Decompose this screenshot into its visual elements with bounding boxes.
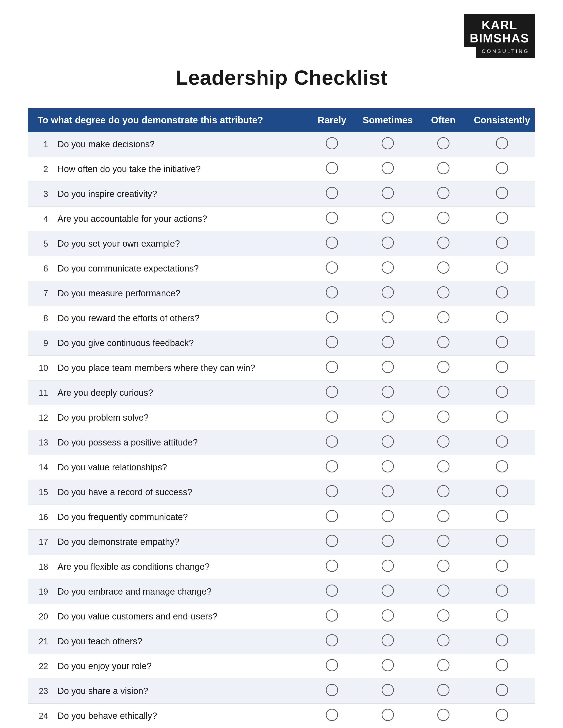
radio-often-row-3[interactable] (437, 187, 450, 199)
radio-sometimes-row-3[interactable] (382, 187, 394, 199)
radio-rarely-row-22[interactable] (326, 659, 338, 671)
radio-sometimes-row-7[interactable] (382, 286, 394, 298)
radio-often-row-11[interactable] (437, 386, 450, 398)
radio-sometimes-row-15[interactable] (382, 485, 394, 497)
radio-consistently-row-11[interactable] (496, 386, 508, 398)
radio-often-row-5[interactable] (437, 237, 450, 249)
radio-often-row-17[interactable] (437, 535, 450, 547)
radio-often-row-12[interactable] (437, 411, 450, 423)
radio-sometimes-row-4[interactable] (382, 212, 394, 224)
radio-rarely-row-19[interactable] (326, 585, 338, 597)
radio-consistently-row-12[interactable] (496, 411, 508, 423)
radio-sometimes-row-9[interactable] (382, 336, 394, 348)
radio-sometimes-row-11[interactable] (382, 386, 394, 398)
radio-often-row-24[interactable] (437, 709, 450, 721)
radio-consistently-row-3[interactable] (496, 187, 508, 199)
radio-consistently-row-8[interactable] (496, 311, 508, 323)
radio-consistently-row-14[interactable] (496, 460, 508, 472)
radio-often-row-4[interactable] (437, 212, 450, 224)
radio-often-row-21[interactable] (437, 634, 450, 646)
radio-often-row-10[interactable] (437, 361, 450, 373)
radio-consistently-row-17[interactable] (496, 535, 508, 547)
radio-sometimes-row-16[interactable] (382, 510, 394, 522)
row-number: 7 (28, 281, 55, 306)
radio-rarely-row-10[interactable] (326, 361, 338, 373)
radio-sometimes-row-18[interactable] (382, 560, 394, 572)
radio-rarely-row-12[interactable] (326, 411, 338, 423)
radio-often-row-7[interactable] (437, 286, 450, 298)
radio-sometimes-row-17[interactable] (382, 535, 394, 547)
radio-often-row-1[interactable] (437, 137, 450, 149)
radio-sometimes-row-12[interactable] (382, 411, 394, 423)
radio-consistently-row-1[interactable] (496, 137, 508, 149)
radio-sometimes-row-24[interactable] (382, 709, 394, 721)
radio-rarely-row-4[interactable] (326, 212, 338, 224)
radio-consistently-row-18[interactable] (496, 560, 508, 572)
radio-consistently-row-21[interactable] (496, 634, 508, 646)
radio-sometimes-row-13[interactable] (382, 435, 394, 448)
radio-rarely-row-7[interactable] (326, 286, 338, 298)
radio-sometimes-row-19[interactable] (382, 585, 394, 597)
radio-rarely-row-15[interactable] (326, 485, 338, 497)
radio-rarely-row-2[interactable] (326, 162, 338, 174)
radio-rarely-row-11[interactable] (326, 386, 338, 398)
radio-sometimes-row-1[interactable] (382, 137, 394, 149)
radio-rarely-row-13[interactable] (326, 435, 338, 448)
radio-consistently-row-10[interactable] (496, 361, 508, 373)
radio-often-row-8[interactable] (437, 311, 450, 323)
radio-often-row-15[interactable] (437, 485, 450, 497)
radio-consistently-row-16[interactable] (496, 510, 508, 522)
radio-sometimes-row-8[interactable] (382, 311, 394, 323)
radio-often-row-20[interactable] (437, 609, 450, 622)
radio-often-row-2[interactable] (437, 162, 450, 174)
radio-rarely-row-9[interactable] (326, 336, 338, 348)
radio-consistently-row-13[interactable] (496, 435, 508, 448)
radio-sometimes-row-5[interactable] (382, 237, 394, 249)
radio-consistently-row-23[interactable] (496, 684, 508, 696)
radio-rarely-row-8[interactable] (326, 311, 338, 323)
radio-cell-rarely (306, 182, 358, 207)
radio-rarely-row-17[interactable] (326, 535, 338, 547)
radio-cell-consistently (469, 455, 535, 480)
radio-often-row-16[interactable] (437, 510, 450, 522)
radio-rarely-row-6[interactable] (326, 261, 338, 274)
radio-rarely-row-23[interactable] (326, 684, 338, 696)
radio-rarely-row-18[interactable] (326, 560, 338, 572)
radio-often-row-9[interactable] (437, 336, 450, 348)
row-number: 14 (28, 455, 55, 480)
radio-sometimes-row-2[interactable] (382, 162, 394, 174)
radio-often-row-13[interactable] (437, 435, 450, 448)
radio-consistently-row-15[interactable] (496, 485, 508, 497)
radio-often-row-22[interactable] (437, 659, 450, 671)
radio-rarely-row-21[interactable] (326, 634, 338, 646)
radio-often-row-23[interactable] (437, 684, 450, 696)
radio-often-row-6[interactable] (437, 261, 450, 274)
radio-consistently-row-2[interactable] (496, 162, 508, 174)
radio-rarely-row-16[interactable] (326, 510, 338, 522)
radio-consistently-row-19[interactable] (496, 585, 508, 597)
radio-rarely-row-5[interactable] (326, 237, 338, 249)
radio-consistently-row-7[interactable] (496, 286, 508, 298)
radio-consistently-row-24[interactable] (496, 709, 508, 721)
radio-sometimes-row-23[interactable] (382, 684, 394, 696)
radio-sometimes-row-21[interactable] (382, 634, 394, 646)
radio-rarely-row-14[interactable] (326, 460, 338, 472)
radio-rarely-row-3[interactable] (326, 187, 338, 199)
radio-consistently-row-5[interactable] (496, 237, 508, 249)
radio-consistently-row-4[interactable] (496, 212, 508, 224)
radio-sometimes-row-22[interactable] (382, 659, 394, 671)
radio-often-row-19[interactable] (437, 585, 450, 597)
radio-sometimes-row-6[interactable] (382, 261, 394, 274)
radio-often-row-18[interactable] (437, 560, 450, 572)
radio-sometimes-row-10[interactable] (382, 361, 394, 373)
radio-rarely-row-20[interactable] (326, 609, 338, 622)
radio-consistently-row-22[interactable] (496, 659, 508, 671)
radio-consistently-row-9[interactable] (496, 336, 508, 348)
radio-consistently-row-20[interactable] (496, 609, 508, 622)
radio-sometimes-row-20[interactable] (382, 609, 394, 622)
radio-sometimes-row-14[interactable] (382, 460, 394, 472)
radio-rarely-row-1[interactable] (326, 137, 338, 149)
radio-consistently-row-6[interactable] (496, 261, 508, 274)
radio-often-row-14[interactable] (437, 460, 450, 472)
radio-rarely-row-24[interactable] (326, 709, 338, 721)
